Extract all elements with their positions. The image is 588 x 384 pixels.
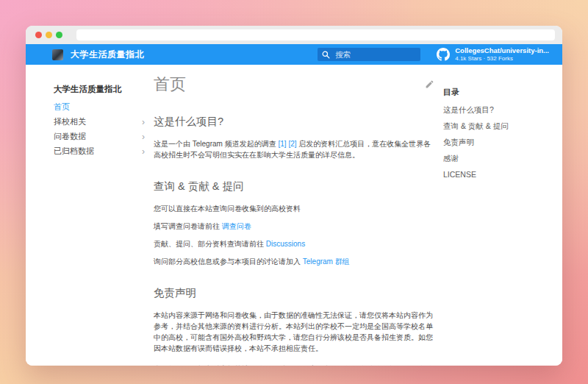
sidebar-item-home[interactable]: 首页	[54, 102, 145, 112]
ref-link-2[interactable]: [2]	[288, 140, 296, 148]
query-paragraph: 您可以直接在本站查询问卷收集到的高校资料	[154, 203, 434, 214]
zoom-button[interactable]	[56, 32, 62, 38]
github-repo-name: CollegesChat/university-in...	[455, 46, 549, 55]
table-of-contents: 目录 这是什么项目? 查询 & 贡献 & 提问 免责声明 感谢 LICENSE	[443, 65, 553, 366]
chevron-right-icon: ›	[142, 132, 145, 141]
minimize-button[interactable]	[46, 32, 52, 38]
sidebar-item-label: 择校相关	[54, 116, 86, 127]
intro-paragraph: 这是一个由 Telegram 频道发起的调查 [1] [2] 启发的资料汇总项目…	[154, 138, 434, 160]
survey-paragraph: 填写调查问卷请前往 调查问卷	[154, 221, 434, 232]
sidebar-item-survey-data[interactable]: 问卷数据 ›	[54, 132, 145, 141]
github-repo-link[interactable]: CollegesChat/university-in... 4.1k Stars…	[437, 46, 549, 63]
section-heading-what-is-this: 这是什么项目?	[154, 115, 434, 128]
intro-text: 这是一个由 Telegram 频道发起的调查	[154, 140, 278, 148]
telegram-group-link[interactable]: Telegram 群组	[303, 257, 350, 266]
site-logo	[52, 49, 63, 60]
discussions-paragraph: 贡献、提问、部分资料查询请前往 Discussions	[154, 238, 434, 249]
sidebar-item-label: 首页	[54, 102, 70, 113]
site-title[interactable]: 大学生活质量指北	[71, 49, 144, 61]
toc-item-query-contribute[interactable]: 查询 & 贡献 & 提问	[443, 121, 553, 132]
search-icon	[322, 51, 330, 59]
github-repo-stats: 4.1k Stars · 532 Forks	[455, 55, 549, 63]
discussions-link[interactable]: Discussions	[266, 240, 305, 248]
page-header-row: 首页	[154, 72, 434, 96]
github-icon	[437, 48, 450, 61]
sidebar-item-school-selection[interactable]: 择校相关 ›	[54, 117, 145, 127]
github-repo-text: CollegesChat/university-in... 4.1k Stars…	[455, 46, 549, 63]
section-heading-query-contribute: 查询 & 贡献 & 提问	[154, 179, 434, 193]
search-input[interactable]	[334, 49, 416, 60]
disclaimer-paragraph-2: 由于部分数据提交时未规范填写校名，以及数据处理脚本可能存在缺陷，部分国内高校可能…	[154, 363, 434, 366]
toc-item-license[interactable]: LICENSE	[443, 170, 553, 179]
toc-item-thanks[interactable]: 感谢	[443, 154, 553, 164]
toc-item-what-is-this[interactable]: 这是什么项目?	[443, 105, 553, 115]
chevron-right-icon: ›	[142, 147, 145, 156]
survey-text: 填写调查问卷请前往	[154, 222, 222, 230]
address-bar[interactable]	[76, 29, 555, 40]
toc-item-disclaimer[interactable]: 免责声明	[443, 138, 553, 148]
toc-title: 目录	[443, 87, 553, 98]
telegram-paragraph: 询问部分高校信息或参与本项目的讨论请加入 Telegram 群组	[154, 256, 434, 267]
sidebar-item-label: 问卷数据	[54, 131, 86, 142]
close-button[interactable]	[35, 32, 42, 38]
app-navbar: 大学生活质量指北 CollegesChat/university-in... 4…	[26, 44, 562, 65]
sidebar-item-label: 已归档数据	[54, 146, 94, 157]
page-content: 大学生活质量指北 首页 择校相关 › 问卷数据 › 已归档数据 › 首页	[26, 65, 562, 366]
survey-link[interactable]: 调查问卷	[222, 222, 251, 230]
page-title: 首页	[154, 74, 186, 96]
sidebar-item-archived-data[interactable]: 已归档数据 ›	[54, 146, 145, 156]
telegram-text: 询问部分高校信息或参与本项目的讨论请加入	[154, 257, 303, 266]
sidebar-title: 大学生活质量指北	[54, 84, 145, 95]
chevron-right-icon: ›	[142, 118, 145, 127]
left-sidebar: 大学生活质量指北 首页 择校相关 › 问卷数据 › 已归档数据 ›	[26, 65, 145, 366]
discussions-text: 贡献、提问、部分资料查询请前往	[154, 240, 266, 248]
section-heading-disclaimer: 免责声明	[154, 286, 434, 299]
search-box	[318, 48, 420, 61]
browser-window: 大学生活质量指北 CollegesChat/university-in... 4…	[26, 26, 562, 366]
ref-link-1[interactable]: [1]	[278, 140, 286, 148]
edit-pencil-icon[interactable]	[425, 79, 434, 89]
browser-titlebar	[26, 26, 562, 44]
disclaimer-paragraph-1: 本站内容来源于网络和问卷收集，由于数据的准确性无法保证，请您仅将本站内容作为参考…	[154, 310, 434, 354]
main-article: 首页 这是什么项目? 这是一个由 Telegram 频道发起的调查 [1] [2…	[154, 65, 434, 366]
